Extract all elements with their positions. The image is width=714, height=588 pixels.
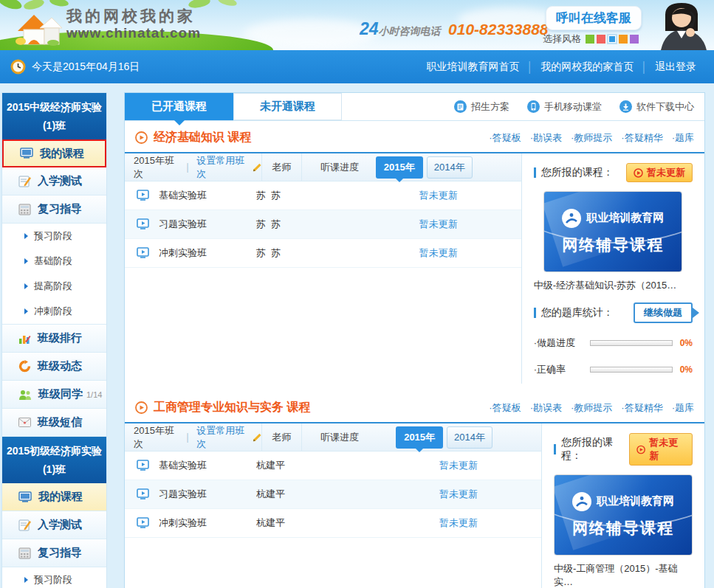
sidebar-item-my-courses-2[interactable]: 我的课程	[2, 483, 106, 511]
sidebar-subitem-stage-preview[interactable]: 预习阶段	[2, 224, 106, 249]
status-link[interactable]: 暂未更新	[439, 459, 541, 472]
edit-pencil-icon[interactable]	[253, 432, 261, 443]
status-link[interactable]: 暂未更新	[419, 246, 521, 260]
table-row: 习题实验班 杭建平 暂未更新	[125, 480, 541, 509]
link-question-bank[interactable]: ·题库	[672, 401, 694, 415]
hotline-label: 小时咨询电话	[379, 25, 441, 37]
enrolled-course-caption: 中级-工商管理（2015）-基础实…	[554, 562, 693, 588]
quick-link-enrollment-plan[interactable]: 招生方案	[454, 100, 509, 114]
banner-line2: 网络辅导课程	[562, 235, 664, 255]
video-class-icon	[137, 517, 149, 529]
question-stats-label: 您的题库统计：	[541, 306, 614, 319]
continue-practice-button[interactable]: 继续做题	[634, 302, 693, 323]
link-my-school-home[interactable]: 我的网校我的家首页	[533, 60, 641, 74]
sidebar-item-entry-test-1[interactable]: 入学测试	[2, 167, 106, 196]
sidebar-item-classmates[interactable]: 班级同学 1/14	[2, 381, 106, 409]
sidebar-item-label: 班级动态	[38, 359, 82, 373]
course-section-title: 工商管理专业知识与实务 课程	[154, 400, 310, 415]
sidebar-subitem-stage-sprint[interactable]: 冲刺阶段	[2, 299, 106, 324]
sidebar-subitem-stage-basic[interactable]: 基础阶段	[2, 249, 106, 274]
triangle-bullet-icon	[24, 258, 28, 264]
column-teacher-header: 老师	[261, 423, 302, 451]
tab-unopened-courses[interactable]: 未开通课程	[233, 93, 342, 120]
class1-header: 2015中级经济师实验(1)班	[2, 93, 106, 139]
video-class-icon	[137, 247, 149, 259]
site-url: www.chinatat.com	[66, 25, 201, 41]
not-updated-label: 暂未更新	[647, 166, 685, 179]
calculator-icon	[18, 204, 31, 215]
review-stages-2: 预习阶段	[2, 567, 106, 588]
class-name: 冲刺实验班	[159, 516, 256, 530]
link-question-bank[interactable]: ·题库	[672, 131, 694, 145]
year-tab-2014[interactable]: 2014年	[427, 156, 473, 179]
video-class-icon	[137, 190, 149, 201]
link-qa-board[interactable]: ·答疑板	[489, 131, 521, 145]
main-content: 已开通课程 未开通课程 招生方案 手机移动课堂	[124, 92, 705, 588]
sidebar-item-class-news[interactable]: 班级动态	[2, 353, 106, 381]
sidebar-subitem-stage-improve[interactable]: 提高阶段	[2, 274, 106, 299]
sidebar-item-label: 我的课程	[38, 490, 83, 504]
review-stages-1: 预习阶段 基础阶段 提高阶段 冲刺阶段	[2, 224, 106, 325]
link-teacher-tips[interactable]: ·教师提示	[571, 131, 612, 145]
link-errata[interactable]: ·勘误表	[530, 401, 562, 415]
link-teacher-tips[interactable]: ·教师提示	[571, 401, 612, 415]
link-qa-highlights[interactable]: ·答疑精华	[621, 131, 662, 145]
progress-label: ·做题进度	[534, 336, 590, 350]
sidebar-subitem-label: 预习阶段	[34, 229, 72, 243]
link-edu-home[interactable]: 职业培训教育网首页	[419, 60, 527, 74]
quick-link-mobile-classroom[interactable]: 手机移动课堂	[527, 100, 602, 114]
year-tab-2014[interactable]: 2014年	[447, 426, 492, 449]
sidebar-subitem-stage-preview-2[interactable]: 预习阶段	[2, 567, 106, 588]
style-swatch-red[interactable]	[597, 35, 605, 44]
course-banner[interactable]: 职业培训教育网 网络辅导课程	[554, 474, 693, 556]
download-arrow-icon	[619, 100, 632, 113]
status-link[interactable]: 暂未更新	[439, 516, 541, 530]
set-common-class-link[interactable]: 设置常用班次	[196, 154, 247, 181]
sidebar-item-review-guide-2[interactable]: 复习指导	[2, 539, 106, 567]
set-common-class-link[interactable]: 设置常用班次	[196, 424, 247, 451]
sidebar-item-label: 班级排行	[38, 331, 82, 345]
edit-pencil-icon[interactable]	[253, 162, 261, 173]
link-qa-board[interactable]: ·答疑板	[489, 401, 521, 415]
edu-network-logo-icon	[572, 492, 591, 511]
sidebar-item-entry-test-2[interactable]: 入学测试	[2, 511, 106, 539]
top-navigation-bar: 今天是2015年04月16日 职业培训教育网首页 │ 我的网校我的家首页 │ 退…	[0, 50, 714, 83]
accuracy-bar	[590, 367, 673, 373]
not-updated-button[interactable]: 暂未更新	[629, 433, 693, 466]
computer-icon	[18, 491, 32, 503]
sidebar-item-label: 复习指导	[38, 202, 82, 216]
status-link[interactable]: 暂未更新	[439, 488, 541, 501]
sidebar-item-class-rank[interactable]: 班级排行	[2, 325, 106, 353]
year-tab-2015[interactable]: 2015年	[396, 426, 443, 449]
style-swatch-purple[interactable]	[630, 35, 639, 44]
year-tab-2015[interactable]: 2015年	[376, 156, 423, 179]
refresh-icon	[18, 360, 31, 373]
link-qa-highlights[interactable]: ·答疑精华	[621, 401, 662, 415]
status-link[interactable]: 暂未更新	[419, 189, 521, 202]
sidebar-subitem-label: 冲刺阶段	[34, 305, 72, 318]
style-swatch-orange[interactable]	[619, 35, 628, 44]
link-logout[interactable]: 退出登录	[648, 60, 704, 74]
style-swatch-blue[interactable]	[608, 35, 617, 44]
class-name: 习题实验班	[159, 488, 256, 501]
sidebar-item-my-courses-1[interactable]: 我的课程	[2, 139, 106, 167]
column-teacher-header: 老师	[261, 153, 302, 181]
status-link[interactable]: 暂未更新	[419, 218, 521, 231]
quick-link-software-download[interactable]: 软件下载中心	[619, 100, 694, 114]
tab-opened-courses[interactable]: 已开通课程	[125, 93, 233, 120]
style-swatch-green[interactable]	[586, 35, 594, 44]
edu-network-logo-icon	[562, 209, 581, 228]
notepad-pencil-icon	[18, 175, 31, 187]
computer-icon	[20, 148, 33, 159]
course-banner[interactable]: 职业培训教育网 网络辅导课程	[543, 191, 682, 272]
people-icon	[18, 389, 32, 401]
call-online-service-button[interactable]: 呼叫在线客服	[546, 6, 642, 30]
sidebar-item-label: 我的课程	[40, 147, 84, 161]
not-updated-button[interactable]: 暂未更新	[626, 163, 693, 182]
sidebar-item-review-guide-1[interactable]: 复习指导	[2, 196, 106, 224]
sidebar-subitem-label: 预习阶段	[34, 573, 72, 587]
teacher-name: 苏 苏	[256, 246, 330, 260]
sidebar-item-class-sms[interactable]: 班级短信	[2, 409, 106, 437]
play-circle-icon	[135, 131, 148, 144]
link-errata[interactable]: ·勘误表	[530, 131, 562, 145]
